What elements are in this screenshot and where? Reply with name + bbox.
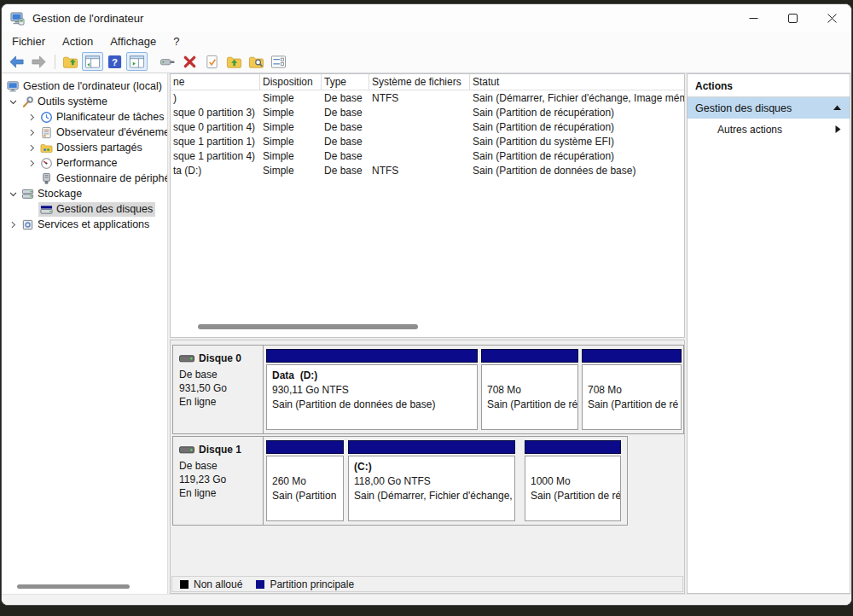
sidebar-item-observateur-d-v-neme[interactable]: Observateur d'événeme bbox=[2, 125, 167, 140]
action-pane-button[interactable] bbox=[126, 52, 148, 71]
maximize-button[interactable] bbox=[773, 4, 812, 32]
help-button[interactable]: ? bbox=[104, 52, 125, 71]
partition-title: Data (D:) bbox=[272, 369, 472, 383]
forward-icon bbox=[31, 54, 47, 70]
partition-block[interactable]: 260 MoSain (Partition bbox=[266, 440, 344, 521]
menu-item-[interactable]: ? bbox=[165, 33, 188, 49]
minimize-button[interactable] bbox=[734, 4, 773, 32]
sidebar-item-dossiers-partag-s[interactable]: Dossiers partagés bbox=[2, 140, 167, 155]
tree-item-label: Planificateur de tâches bbox=[53, 111, 164, 123]
tree-horizontal-scrollbar[interactable] bbox=[2, 583, 167, 590]
sidebar-item-outils-syst-me[interactable]: Outils système bbox=[2, 94, 167, 109]
sidebar-item-gestion-des-disques[interactable]: Gestion des disques bbox=[2, 201, 167, 217]
actions-item-autres-actions[interactable]: Autres actions bbox=[688, 119, 850, 140]
menu-item-fichier[interactable]: Fichier bbox=[3, 33, 54, 49]
column-header-4[interactable]: Système de fichiers bbox=[369, 74, 470, 90]
disk-type: De base bbox=[179, 459, 258, 473]
collapse-chevron-icon bbox=[833, 104, 842, 112]
sidebar-item-gestion-de-l-ordinateur-local[interactable]: Gestion de l'ordinateur (local) bbox=[2, 78, 167, 94]
volume-cell: Sain (Partition de récupération) bbox=[470, 150, 684, 162]
volume-list-horizontal-scrollbar[interactable] bbox=[172, 323, 682, 331]
folder-up-button[interactable] bbox=[223, 52, 245, 71]
delete-button[interactable] bbox=[179, 52, 200, 71]
menu-bar: FichierActionAffichage? bbox=[2, 32, 851, 50]
folder-search-button[interactable] bbox=[246, 52, 267, 71]
properties-check-button[interactable] bbox=[201, 52, 223, 71]
status-bar bbox=[2, 594, 851, 605]
storage-icon bbox=[20, 188, 34, 200]
volume-cell: De base bbox=[322, 165, 369, 177]
scrollbar-thumb[interactable] bbox=[198, 324, 418, 329]
properties-check-icon bbox=[204, 54, 220, 70]
back-button[interactable] bbox=[6, 52, 27, 71]
menu-item-affichage[interactable]: Affichage bbox=[102, 33, 165, 49]
back-icon bbox=[9, 54, 25, 70]
actions-group-header[interactable]: Gestion des disques bbox=[688, 97, 850, 119]
expander-right-icon[interactable] bbox=[26, 111, 38, 124]
fields-button[interactable] bbox=[268, 52, 289, 71]
expander-right-icon[interactable] bbox=[26, 126, 38, 139]
volume-cell: Simple bbox=[260, 92, 322, 104]
volume-list-pane: neDispositionTypeSystème de fichiersStat… bbox=[170, 73, 685, 338]
partition-info: 708 MoSain (Partition de ré bbox=[582, 364, 682, 430]
volume-row[interactable]: sque 0 partition 4)SimpleDe baseSain (Pa… bbox=[171, 119, 684, 134]
column-header-3[interactable]: Type bbox=[322, 74, 369, 90]
disk-band-disque-0: Disque 0De base931,50 GoEn ligneData (D:… bbox=[172, 345, 684, 434]
volume-row[interactable]: sque 0 partition 3)SimpleDe baseSain (Pa… bbox=[171, 105, 684, 119]
volume-cell: De base bbox=[322, 150, 369, 162]
legend-swatch bbox=[256, 580, 264, 589]
forward-button[interactable] bbox=[28, 52, 49, 71]
partition-size: 118,00 Go NTFS bbox=[354, 474, 509, 489]
sidebar-item-services-et-applications[interactable]: Services et applications bbox=[2, 217, 167, 232]
window-controls bbox=[734, 4, 851, 32]
volume-row[interactable]: sque 1 partition 4)SimpleDe baseSain (Pa… bbox=[171, 148, 684, 163]
sidebar-item-stockage[interactable]: Stockage bbox=[2, 186, 167, 201]
menu-item-action[interactable]: Action bbox=[54, 33, 102, 49]
expander-right-icon[interactable] bbox=[26, 142, 38, 154]
sidebar-item-planificateur-de-t-ches[interactable]: Planificateur de tâches bbox=[2, 109, 167, 125]
expander-right-icon[interactable] bbox=[26, 157, 38, 170]
tree-item-label: Gestion de l'ordinateur (local) bbox=[20, 80, 162, 92]
sidebar-item-gestionnaire-de-p-riph[interactable]: Gestionnaire de périphé bbox=[2, 171, 167, 186]
volume-row[interactable]: )SimpleDe baseNTFSSain (Démarrer, Fichie… bbox=[171, 90, 684, 105]
disk-label[interactable]: Disque 0De base931,50 GoEn ligne bbox=[173, 346, 264, 433]
scrollbar-thumb[interactable] bbox=[17, 584, 130, 589]
tree-item-label: Dossiers partagés bbox=[53, 142, 142, 154]
column-header-5[interactable]: Statut bbox=[470, 74, 684, 90]
disk-band-disque-1: Disque 1De base119,23 GoEn ligne260 MoSa… bbox=[172, 436, 628, 526]
partition-block[interactable]: (C:)118,00 Go NTFSSain (Démarrer, Fichie… bbox=[348, 440, 515, 521]
partition-block[interactable]: 708 MoSain (Partition de ré bbox=[582, 349, 682, 430]
partition-block[interactable]: Data (D:)930,11 Go NTFSSain (Partition d… bbox=[266, 349, 478, 430]
partition-block[interactable]: 1000 MoSain (Partition de ré bbox=[525, 440, 621, 521]
close-button[interactable] bbox=[812, 4, 851, 32]
console-tree-panel: Gestion de l'ordinateur (local)Outils sy… bbox=[2, 73, 168, 594]
volume-cell: sque 1 partition 4) bbox=[171, 150, 260, 162]
legend-item: Non alloué bbox=[180, 578, 242, 590]
partition-info: 1000 MoSain (Partition de ré bbox=[525, 456, 621, 521]
expander-down-icon[interactable] bbox=[7, 96, 20, 108]
tree-item-label: Services et applications bbox=[34, 218, 149, 230]
partition-info: 708 MoSain (Partition de ré bbox=[481, 364, 578, 430]
partition-color-bar bbox=[266, 349, 478, 363]
partition-color-bar bbox=[525, 440, 621, 454]
disk-label[interactable]: Disque 1De base119,23 GoEn ligne bbox=[173, 437, 264, 525]
console-tree-button[interactable] bbox=[82, 52, 103, 71]
volume-row[interactable]: sque 1 partition 1)SimpleDe baseSain (Pa… bbox=[171, 134, 684, 148]
expander-right-icon[interactable] bbox=[7, 218, 20, 231]
volume-cell: Simple bbox=[260, 165, 322, 177]
partition-block[interactable]: 708 MoSain (Partition de ré bbox=[481, 349, 578, 430]
sidebar-item-performance[interactable]: Performance bbox=[2, 155, 167, 171]
partition-info: (C:)118,00 Go NTFSSain (Démarrer, Fichie… bbox=[348, 456, 515, 521]
actions-group-label: Gestion des disques bbox=[695, 102, 792, 114]
up-folder-button[interactable] bbox=[60, 52, 81, 71]
rescan-disks-button[interactable] bbox=[157, 52, 178, 71]
partition-color-bar bbox=[582, 349, 682, 363]
tree-item-content: Stockage bbox=[20, 187, 84, 201]
volume-row[interactable]: ta (D:)SimpleDe baseNTFSSain (Partition … bbox=[171, 163, 684, 177]
legend-item: Partition principale bbox=[256, 578, 354, 590]
column-header-2[interactable]: Disposition bbox=[260, 74, 322, 90]
column-header-1[interactable]: ne bbox=[171, 74, 260, 90]
event-viewer-icon bbox=[39, 126, 53, 139]
disk-name: Disque 1 bbox=[179, 443, 258, 456]
expander-down-icon[interactable] bbox=[7, 188, 20, 200]
